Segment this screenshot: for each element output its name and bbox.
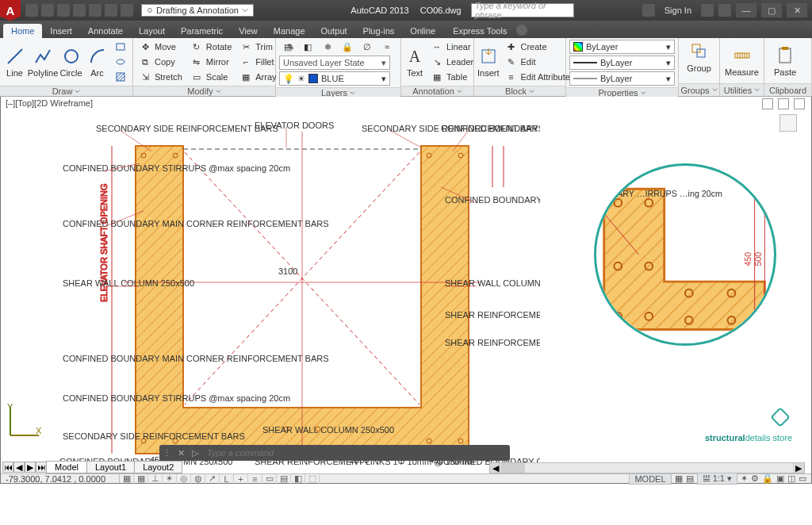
status-ws-icon[interactable]: ⚙ — [751, 473, 759, 484]
tab-online[interactable]: Online — [402, 24, 443, 38]
ellipse-icon[interactable] — [112, 55, 129, 69]
qat-saveas-icon[interactable] — [73, 4, 86, 17]
ducs-toggle[interactable]: L — [220, 474, 234, 484]
tab-view[interactable]: View — [231, 24, 266, 38]
tab-output[interactable]: Output — [313, 24, 355, 38]
command-input[interactable] — [202, 448, 510, 458]
qat-undo-icon[interactable] — [105, 4, 117, 17]
status-iso-icon[interactable]: ◫ — [787, 473, 795, 484]
layeriso-icon[interactable]: ◧ — [299, 40, 316, 54]
help-search-input[interactable]: Type a keyword or phrase — [471, 3, 574, 17]
help-icon[interactable] — [718, 4, 731, 17]
osnap-toggle[interactable]: ◎ — [177, 474, 191, 484]
layout-tab-2[interactable]: Layout2 — [134, 461, 182, 473]
tab-manage[interactable]: Manage — [266, 24, 313, 38]
leader-button[interactable]: ↘Leader — [428, 55, 476, 69]
viewport-label[interactable]: [–][Top][2D Wireframe] — [6, 98, 93, 108]
tab-next-icon[interactable]: ▶ — [25, 462, 36, 473]
drawing-viewport[interactable]: [–][Top][2D Wireframe] ELEVATOR SHAFT OP… — [0, 97, 812, 484]
panel-clipboard-title[interactable]: Clipboard — [764, 83, 811, 96]
tpy-toggle[interactable]: ▭ — [262, 474, 277, 484]
layerfrz-icon[interactable]: ❄ — [319, 40, 336, 54]
workspace-dropdown[interactable]: Drafting & Annotation — [141, 4, 254, 17]
qat-new-icon[interactable] — [25, 4, 38, 17]
rect-icon[interactable] — [112, 40, 129, 54]
ortho-toggle[interactable]: ⊥ — [148, 474, 163, 484]
status-lock-icon[interactable]: 🔒 — [762, 473, 773, 484]
text-button[interactable]: A Text — [404, 44, 425, 79]
status-clean-icon[interactable]: ▭ — [799, 473, 806, 484]
layeroff-icon[interactable]: ∅ — [358, 40, 376, 54]
maximize-button[interactable]: ▢ — [761, 3, 782, 17]
panel-modify-title[interactable]: Modify — [133, 86, 275, 96]
tab-first-icon[interactable]: ⏮ — [2, 462, 13, 473]
layerlock-icon[interactable]: 🔒 — [339, 40, 356, 54]
trim-button[interactable]: ✂Trim — [237, 40, 278, 54]
paste-button[interactable]: Paste — [768, 44, 802, 79]
status-layout-icon[interactable]: ▤ — [686, 473, 694, 484]
fillet-button[interactable]: ⌐Fillet — [237, 55, 278, 69]
panel-block-title[interactable]: Block — [474, 86, 565, 96]
mirror-button[interactable]: ⇋Mirror — [188, 55, 234, 69]
viewcube[interactable] — [779, 114, 797, 132]
app-logo-icon[interactable]: A — [0, 0, 21, 21]
tab-insert[interactable]: Insert — [42, 24, 80, 38]
h-scrollbar[interactable]: ◀ ▶ — [489, 462, 805, 473]
coords-readout[interactable]: -79.3000, 7.0412 , 0.0000 — [1, 474, 120, 483]
vp-close-icon[interactable] — [794, 98, 805, 109]
panel-annotation-title[interactable]: Annotation — [401, 86, 473, 96]
am-toggle[interactable]: ⬚ — [305, 474, 320, 484]
cmd-handle-icon[interactable]: ⋮ — [159, 448, 174, 458]
3dosnap-toggle[interactable]: ◍ — [191, 474, 205, 484]
move-button[interactable]: ✥Move — [136, 40, 185, 54]
vp-min-icon[interactable] — [762, 98, 773, 109]
tab-parametric[interactable]: Parametric — [173, 24, 231, 38]
tab-layout[interactable]: Layout — [131, 24, 173, 38]
current-layer-dropdown[interactable]: 💡 ☀ BLUE ▾ — [279, 71, 390, 86]
array-button[interactable]: ▦Array — [237, 70, 278, 84]
annoscale[interactable]: 𝍎 1:1 ▾ — [697, 473, 737, 485]
linear-dim-button[interactable]: ↔Linear — [428, 40, 476, 54]
table-button[interactable]: ▦Table — [428, 70, 476, 84]
panel-groups-title[interactable]: Groups — [679, 83, 719, 96]
group-button[interactable]: Group — [682, 40, 717, 75]
vp-max-icon[interactable] — [778, 98, 789, 109]
exchange-icon[interactable] — [701, 4, 714, 17]
qp-toggle[interactable]: ▤ — [277, 474, 291, 484]
dyn-toggle[interactable]: + — [234, 474, 248, 484]
polar-toggle[interactable]: ✶ — [163, 474, 177, 484]
arc-button[interactable]: Arc — [86, 44, 109, 79]
stretch-button[interactable]: ⇲Stretch — [136, 70, 185, 84]
hatch-icon[interactable] — [112, 70, 129, 84]
scroll-thumb[interactable] — [501, 463, 525, 473]
polyline-button[interactable]: Polyline — [29, 44, 56, 79]
cmd-close-icon[interactable]: ✕ — [174, 448, 188, 458]
lwt-toggle[interactable]: ≡ — [248, 474, 262, 484]
close-button[interactable]: ✕ — [787, 3, 807, 17]
ribbon-toggle-icon[interactable] — [516, 25, 527, 36]
status-grid-icon[interactable]: ▦ — [675, 473, 683, 484]
layout-tab-1[interactable]: Layout1 — [86, 461, 135, 473]
tab-prev-icon[interactable]: ◀ — [13, 462, 25, 473]
scroll-right-icon[interactable]: ▶ — [793, 463, 804, 473]
lineweight-dropdown[interactable]: ByLayer▾ — [569, 56, 675, 70]
measure-button[interactable]: Measure — [723, 44, 760, 79]
rotate-button[interactable]: ↻Rotate — [188, 40, 234, 54]
layer-state-dropdown[interactable]: Unsaved Layer State▾ — [279, 56, 390, 70]
qat-save-icon[interactable] — [57, 4, 70, 17]
tab-last-icon[interactable]: ⏭ — [36, 462, 47, 473]
tab-plugins[interactable]: Plug-ins — [355, 24, 403, 38]
layerprops-icon[interactable]: ▤ — [279, 40, 297, 54]
qat-open-icon[interactable] — [41, 4, 54, 17]
tab-annotate[interactable]: Annotate — [80, 24, 131, 38]
qat-redo-icon[interactable] — [121, 4, 133, 17]
annovis-icon[interactable]: ✶ — [741, 473, 748, 484]
model-space-toggle[interactable]: MODEL — [629, 473, 671, 485]
color-dropdown[interactable]: ByLayer▾ — [569, 40, 675, 54]
insert-button[interactable]: Insert — [477, 44, 500, 79]
minimize-button[interactable]: — — [736, 3, 756, 17]
snap-toggle[interactable]: ▦ — [120, 474, 134, 484]
copy-button[interactable]: ⧉Copy — [136, 55, 185, 69]
scroll-left-icon[interactable]: ◀ — [490, 463, 501, 473]
scale-button[interactable]: ▭Scale — [188, 70, 234, 84]
